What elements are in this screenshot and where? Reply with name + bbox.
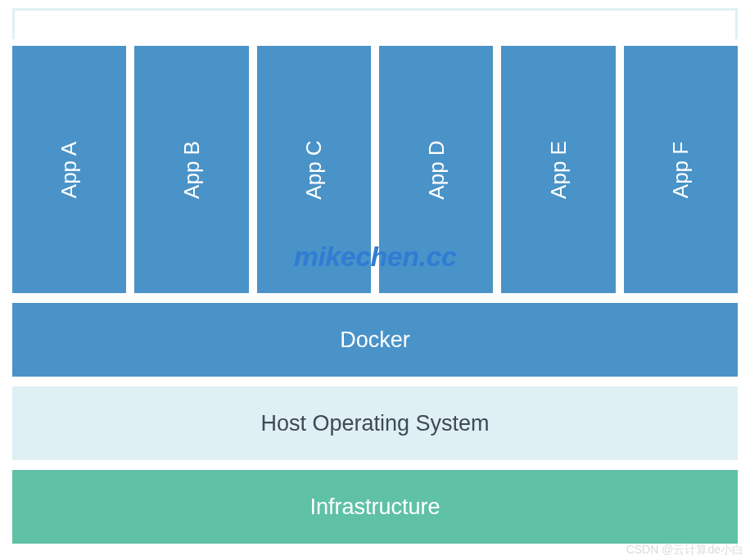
watermark-bottom: CSDN @云计算de小白 [626,543,743,558]
app-box-f: App F [624,46,738,293]
infrastructure-label: Infrastructure [309,495,440,520]
app-box-b: App B [134,46,248,293]
infrastructure-layer: Infrastructure [12,470,738,544]
top-grouping-bracket [12,8,738,39]
app-label: App D [423,140,449,199]
app-label: App E [545,141,571,199]
app-label: App A [56,141,82,197]
app-box-a: App A [12,46,126,293]
app-box-d: App D [379,46,493,293]
host-os-layer: Host Operating System [12,386,738,460]
docker-layer: Docker [12,303,738,377]
apps-row: App A App B App C App D App E App F [12,46,738,293]
host-os-label: Host Operating System [260,411,489,436]
app-label: App F [668,141,694,197]
app-label: App C [301,140,327,199]
app-box-e: App E [501,46,615,293]
diagram-container: App A App B App C App D App E App F Dock… [0,0,750,544]
docker-label: Docker [340,327,410,353]
app-label: App B [178,141,204,199]
app-box-c: App C [257,46,371,293]
